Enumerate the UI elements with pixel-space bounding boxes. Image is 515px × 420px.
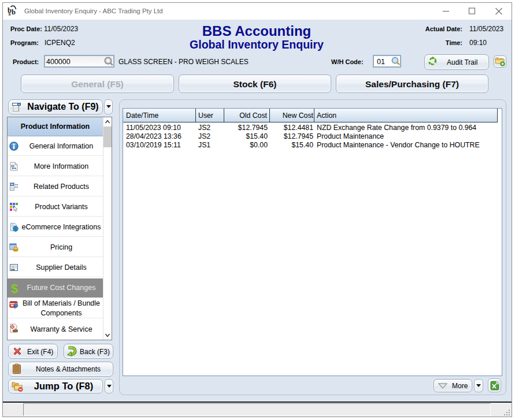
svg-text:b: b [12,8,16,16]
svg-text:s: s [9,10,11,16]
svg-text:++: ++ [12,166,16,170]
